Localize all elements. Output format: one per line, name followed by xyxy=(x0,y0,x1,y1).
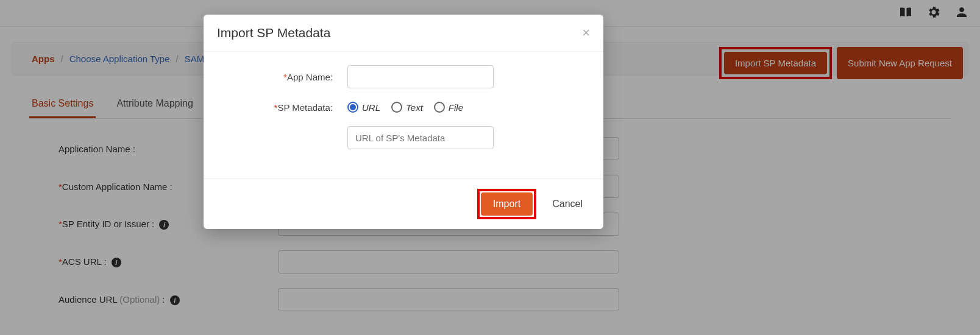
radio-circle-unchecked xyxy=(434,102,445,113)
highlight-import-action: Import xyxy=(477,189,536,219)
radio-file-label: File xyxy=(449,102,463,113)
radio-text-label: Text xyxy=(406,102,423,113)
modal-input-app-name[interactable] xyxy=(347,65,494,88)
import-sp-metadata-modal: Import SP Metadata × *App Name: *SP Meta… xyxy=(204,15,603,229)
close-icon[interactable]: × xyxy=(582,26,590,40)
radio-dot xyxy=(350,104,356,110)
modal-label-sp-metadata-text: SP Metadata: xyxy=(277,102,333,113)
radio-url[interactable]: URL xyxy=(347,102,380,113)
modal-label-app-name-text: App Name: xyxy=(287,72,333,82)
radio-text[interactable]: Text xyxy=(391,102,423,113)
modal-row-app-name: *App Name: xyxy=(217,65,590,88)
modal-header: Import SP Metadata × xyxy=(204,15,603,51)
radio-file[interactable]: File xyxy=(434,102,463,113)
radio-circle-unchecked xyxy=(391,102,402,113)
radio-group-sp-metadata: URL Text File xyxy=(347,102,463,113)
import-button[interactable]: Import xyxy=(481,192,533,216)
radio-circle-checked xyxy=(347,102,358,113)
modal-footer: Import Cancel xyxy=(204,178,603,229)
modal-row-sp-metadata: *SP Metadata: URL Text File xyxy=(217,102,590,113)
radio-url-label: URL xyxy=(362,102,380,113)
modal-label-sp-metadata: *SP Metadata: xyxy=(217,102,347,113)
modal-label-app-name: *App Name: xyxy=(217,72,347,82)
modal-row-url-input xyxy=(217,126,590,149)
modal-title: Import SP Metadata xyxy=(217,26,330,40)
cancel-button[interactable]: Cancel xyxy=(545,192,590,216)
modal-input-url[interactable] xyxy=(347,126,494,149)
modal-body: *App Name: *SP Metadata: URL Text File xyxy=(204,52,603,178)
